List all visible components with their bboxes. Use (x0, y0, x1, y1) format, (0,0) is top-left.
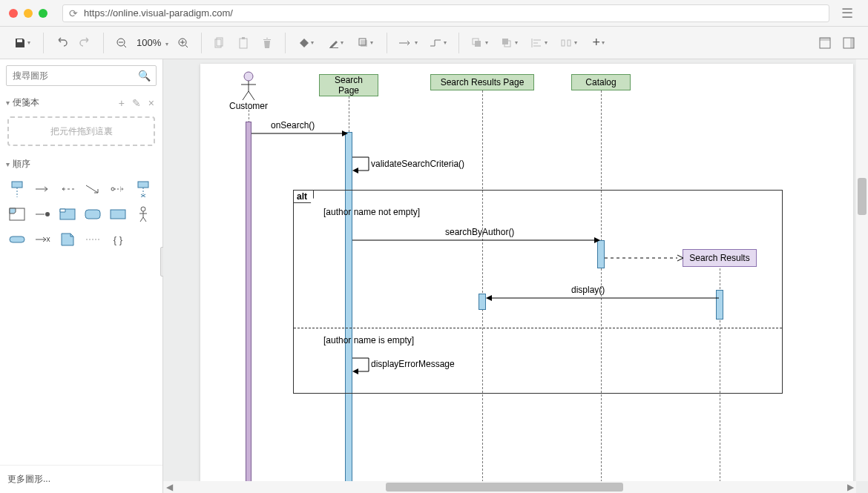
msg-error-label: displayErrorMessage (371, 359, 455, 369)
redo-icon (79, 37, 91, 49)
outline-panel-button[interactable] (813, 31, 837, 55)
window-controls (9, 9, 47, 18)
svg-rect-7 (361, 40, 367, 47)
reload-icon[interactable]: ⟳ (69, 7, 78, 19)
save-button[interactable]: ▾ (7, 31, 37, 55)
app-toolbar: ▾ 100% ▾ ▾ ▾ ▾ ▾ ▾ ▾ ▾ ▾ ▾ +▾ (0, 27, 868, 59)
lifeline-results-page[interactable]: Search Results Page (430, 74, 534, 90)
minimize-window-button[interactable] (24, 9, 33, 18)
shape-lifeline[interactable] (6, 178, 28, 200)
svg-marker-41 (352, 368, 358, 374)
msg-search-label: searchByAuthor() (445, 227, 514, 237)
close-window-button[interactable] (9, 9, 18, 18)
arrow-icon (398, 38, 413, 48)
svg-rect-27 (85, 210, 100, 219)
vertical-scroll-thumb[interactable] (858, 178, 867, 215)
svg-rect-11 (502, 39, 508, 44)
svg-marker-35 (352, 168, 358, 173)
svg-rect-5 (242, 37, 245, 39)
shape-gate[interactable] (6, 228, 28, 251)
more-shapes-link[interactable]: 更多圖形... (0, 465, 162, 493)
shape-lost[interactable] (31, 203, 53, 225)
svg-rect-28 (111, 210, 125, 219)
sequence-header[interactable]: ▾ 順序 (0, 153, 162, 175)
pencil-icon (329, 38, 339, 48)
diagram-paper[interactable]: Customer Search Page Search Results Page… (200, 64, 853, 493)
undo-icon (56, 37, 68, 49)
add-button[interactable]: +▾ (584, 31, 614, 55)
distribute-button[interactable]: ▾ (554, 31, 584, 55)
browser-menu-icon[interactable]: ☰ (835, 4, 859, 22)
address-bar[interactable]: ⟳ https://online.visual-paradigm.com/ (62, 4, 829, 22)
zoom-out-button[interactable] (110, 31, 134, 55)
actor-customer[interactable]: Customer (226, 71, 271, 111)
svg-point-25 (45, 212, 50, 216)
horizontal-scroll-thumb[interactable] (386, 483, 623, 492)
trash-icon (262, 37, 272, 49)
svg-rect-30 (10, 236, 24, 242)
canvas[interactable]: Customer Search Page Search Results Page… (163, 59, 868, 493)
vertical-scrollbar[interactable] (856, 59, 868, 481)
edit-scratch-icon[interactable]: ✎ (130, 97, 143, 109)
delete-button[interactable] (255, 31, 279, 55)
shape-destroy[interactable] (31, 228, 53, 251)
format-icon (843, 37, 855, 49)
svg-point-29 (141, 207, 145, 211)
sequence-title: 順序 (13, 158, 30, 171)
maximize-window-button[interactable] (39, 9, 47, 18)
shape-message[interactable] (31, 178, 53, 200)
message-create-results[interactable] (605, 254, 685, 262)
svg-rect-19 (12, 182, 22, 188)
add-scratch-icon[interactable]: + (116, 97, 127, 109)
zoom-level[interactable]: 100% ▾ (134, 37, 171, 48)
distribute-icon (561, 38, 573, 48)
shape-note[interactable] (56, 228, 79, 251)
copy-button[interactable] (208, 31, 231, 55)
search-icon[interactable]: 🔍 (138, 70, 151, 82)
connector-button[interactable]: ▾ (393, 31, 423, 55)
shape-endpoint[interactable] (132, 178, 154, 200)
shape-frame[interactable] (6, 203, 28, 225)
shape-continuation[interactable] (82, 203, 104, 225)
svg-marker-37 (594, 237, 600, 243)
shape-found[interactable] (107, 178, 129, 200)
shape-async[interactable] (82, 178, 104, 200)
fragment-operator: alt (293, 190, 314, 203)
activation-customer[interactable] (246, 122, 251, 493)
svg-rect-4 (240, 39, 247, 48)
fragment-divider (294, 328, 782, 328)
shape-ref[interactable] (56, 203, 79, 225)
scratchpad-dropzone[interactable]: 把元件拖到這裏 (7, 116, 155, 146)
svg-marker-40 (486, 295, 492, 301)
shape-constraint[interactable]: { } (107, 228, 129, 251)
scroll-right-icon[interactable]: ▶ (844, 481, 856, 493)
svg-point-32 (244, 72, 253, 81)
shape-search-input[interactable] (6, 65, 157, 86)
zoom-in-button[interactable] (171, 31, 195, 55)
scratchpad-header[interactable]: ▾ 便箋本 + ✎ × (0, 92, 162, 113)
shadow-button[interactable]: ▾ (351, 31, 381, 55)
to-front-button[interactable]: ▾ (465, 31, 495, 55)
paste-button[interactable] (231, 31, 255, 55)
fill-button[interactable]: ▾ (292, 31, 321, 55)
scroll-left-icon[interactable]: ◀ (163, 481, 175, 493)
shape-object[interactable] (107, 203, 129, 225)
svg-rect-6 (329, 47, 338, 48)
save-icon (14, 37, 26, 49)
horizontal-scrollbar[interactable]: ◀ ▶ (163, 481, 856, 493)
lifeline-search-page[interactable]: Search Page (319, 74, 378, 96)
lifeline-catalog[interactable]: Catalog (571, 74, 631, 90)
shape-anchor[interactable] (82, 228, 104, 251)
align-button[interactable]: ▾ (525, 31, 554, 55)
collapse-icon: ▾ (6, 160, 10, 168)
shape-return[interactable] (56, 178, 79, 200)
fill-icon (299, 38, 309, 48)
waypoint-button[interactable]: ▾ (423, 31, 453, 55)
shape-actor[interactable] (132, 203, 154, 225)
format-panel-button[interactable] (837, 31, 861, 55)
to-back-button[interactable]: ▾ (495, 31, 525, 55)
undo-button[interactable] (50, 31, 73, 55)
close-scratch-icon[interactable]: × (146, 97, 157, 109)
redo-button[interactable] (73, 31, 97, 55)
stroke-button[interactable]: ▾ (321, 31, 351, 55)
